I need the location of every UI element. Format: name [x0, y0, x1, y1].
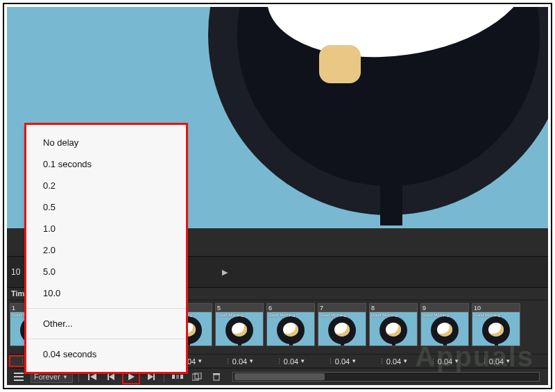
chevron-down-icon: ▼ — [351, 358, 357, 364]
frame-thumbnail[interactable]: 10Good Morning — [472, 303, 520, 346]
chevron-down-icon: ▼ — [62, 374, 68, 380]
frame-preview[interactable]: Good Morning — [266, 312, 315, 346]
chevron-down-icon: ▼ — [454, 358, 459, 364]
frame-index: 8 — [371, 305, 375, 312]
frame-delay-button[interactable]: ⋮0.04▼ — [420, 356, 469, 366]
frame-caption: Good Morning — [422, 313, 449, 317]
delay-menu-item[interactable]: 0.5 — [26, 196, 186, 218]
frame-preview[interactable]: Good Morning — [420, 312, 469, 346]
delay-icon: ⋮ — [19, 358, 26, 365]
frame-delay-menu: No delay0.1 seconds0.20.51.02.05.010.0 O… — [26, 125, 186, 372]
chevron-down-icon: ▼ — [248, 358, 254, 364]
svg-rect-1 — [14, 376, 24, 377]
frames-scrollbar[interactable] — [232, 372, 540, 382]
svg-rect-15 — [214, 375, 219, 380]
frame-delay-value: 0.04 — [335, 357, 350, 366]
frame-thumbnail[interactable]: 5Good Morning — [215, 303, 264, 346]
delay-menu-item[interactable]: 10.0 — [26, 282, 186, 304]
frame-preview[interactable]: Good Morning — [369, 312, 418, 346]
svg-marker-8 — [148, 373, 153, 380]
playhead-icon[interactable]: ▶ — [222, 268, 228, 277]
delay-icon: ⋮ — [327, 358, 334, 365]
frame-delay-value: 0.04 — [386, 357, 401, 366]
prev-frame-button[interactable] — [104, 370, 119, 383]
svg-rect-9 — [153, 373, 155, 380]
timeline-layout-icon[interactable] — [11, 370, 26, 383]
svg-marker-7 — [128, 373, 135, 380]
delay-icon: ⋮ — [430, 358, 436, 365]
duplicate-frame-button[interactable] — [189, 370, 205, 383]
frame-preview[interactable]: Good Morning — [318, 312, 366, 346]
delay-menu-item[interactable]: No delay — [26, 132, 186, 153]
svg-marker-4 — [90, 373, 96, 380]
frame-delay-button[interactable]: ⋮0.04▼ — [318, 356, 366, 366]
svg-rect-0 — [14, 373, 24, 374]
svg-rect-12 — [180, 375, 183, 379]
svg-rect-3 — [88, 373, 89, 380]
loop-select[interactable]: Forever ▼ — [31, 370, 73, 383]
loop-select-label: Forever — [34, 373, 60, 381]
frame-thumbnail[interactable]: 8Good Morning — [369, 303, 418, 346]
tween-icon[interactable] — [170, 370, 185, 383]
svg-rect-6 — [108, 373, 109, 380]
delete-frame-button[interactable] — [209, 370, 224, 383]
frame-delay-value: 0.04 — [232, 357, 247, 366]
delay-menu-item[interactable]: 2.0 — [26, 239, 186, 261]
frame-delay-button[interactable]: ⋮0.04▼ — [369, 356, 418, 366]
frame-caption: Good Morning — [268, 313, 295, 317]
frame-delay-button[interactable]: ⋮0.04▼ — [215, 356, 264, 366]
chevron-down-icon: ▼ — [197, 358, 203, 364]
play-button[interactable] — [123, 370, 139, 383]
frame-index: 1 — [12, 305, 15, 312]
frame-index: 9 — [422, 305, 426, 312]
svg-marker-5 — [109, 373, 114, 380]
frame-index: 7 — [320, 305, 323, 312]
frame-caption: Good Morning — [217, 313, 244, 317]
delay-menu-item[interactable]: 1.0 — [26, 218, 186, 239]
svg-rect-16 — [213, 373, 220, 375]
delay-icon: ⋮ — [481, 358, 488, 365]
frame-thumbnail[interactable]: 7Good Morning — [318, 303, 366, 346]
frame-delay-value: 0.04 — [438, 357, 452, 366]
frame-delay-button[interactable]: ⋮0.04▼ — [472, 356, 520, 366]
svg-rect-10 — [172, 375, 175, 379]
delay-icon: ⋮ — [225, 358, 231, 365]
ruler-tick: 10 — [11, 267, 20, 277]
frame-caption: Good Morning — [474, 313, 500, 317]
frame-index: 10 — [474, 305, 481, 312]
frame-caption: Good Morning — [371, 313, 398, 317]
delay-menu-other[interactable]: Other... — [26, 313, 186, 334]
frame-preview[interactable]: Good Morning — [472, 312, 520, 346]
svg-rect-11 — [176, 375, 179, 379]
delay-menu-item[interactable]: 5.0 — [26, 261, 186, 282]
scrollbar-thumb[interactable] — [234, 373, 325, 380]
frame-index: 5 — [217, 305, 221, 312]
frame-preview[interactable]: Good Morning — [215, 312, 264, 346]
next-frame-button[interactable] — [143, 370, 158, 383]
frame-delay-value: 0.04 — [489, 357, 504, 366]
chevron-down-icon: ▼ — [300, 358, 305, 364]
frame-thumbnail[interactable]: 9Good Morning — [420, 303, 469, 346]
frame-index: 6 — [268, 305, 272, 312]
delay-icon: ⋮ — [276, 358, 282, 365]
frame-caption: Good Morning — [320, 313, 346, 317]
frame-delay-button[interactable]: ⋮0.04▼ — [266, 356, 315, 366]
delay-menu-item[interactable]: 0.1 seconds — [26, 153, 186, 175]
chevron-down-icon: ▼ — [402, 358, 408, 364]
chevron-down-icon: ▼ — [505, 358, 511, 364]
frame-delay-value: 0.04 — [284, 357, 298, 366]
delay-icon: ⋮ — [379, 358, 385, 365]
frame-thumbnail[interactable]: 6Good Morning — [266, 303, 315, 346]
delay-menu-current[interactable]: 0.04 seconds — [26, 343, 186, 365]
delay-menu-item[interactable]: 0.2 — [26, 175, 186, 196]
svg-rect-2 — [14, 380, 24, 381]
first-frame-button[interactable] — [85, 370, 100, 383]
